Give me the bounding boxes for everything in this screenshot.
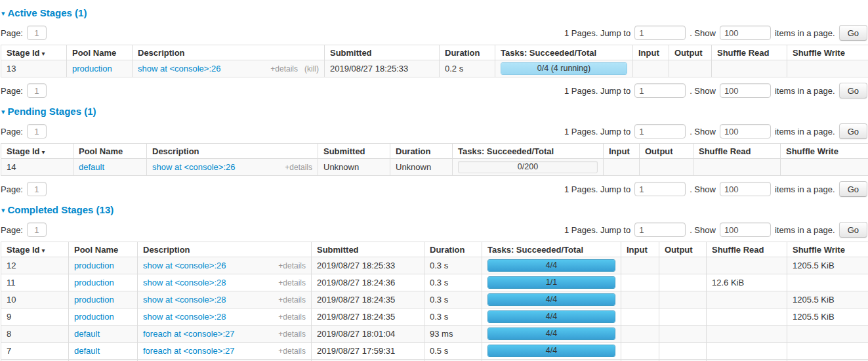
col-pool-name[interactable]: Pool Name (69, 242, 138, 257)
col-input[interactable]: Input (621, 242, 659, 257)
page-number-input[interactable] (27, 26, 47, 40)
progress-label: 4/4 (488, 294, 615, 305)
progress-label: 4/4 (488, 345, 615, 356)
show-count-input[interactable] (720, 182, 771, 196)
col-input[interactable]: Input (633, 45, 669, 60)
show-count-input[interactable] (720, 26, 771, 40)
col-output[interactable]: Output (669, 45, 712, 60)
jump-to-input[interactable] (634, 124, 686, 138)
pool-name-link[interactable]: production (74, 312, 114, 322)
jump-to-input[interactable] (634, 26, 686, 40)
completed-stages-heading[interactable]: ▾Completed Stages (13) (1, 204, 867, 215)
task-progress-bar: 4/4 (487, 293, 615, 306)
page-label: Page: (1, 127, 23, 137)
pool-name-link[interactable]: production (74, 278, 114, 287)
go-button[interactable]: Go (839, 222, 867, 238)
input-cell (621, 343, 659, 360)
show-text: . Show (690, 184, 716, 194)
col-description[interactable]: Description (147, 144, 318, 159)
description-link[interactable]: show at <console>:28 (143, 295, 226, 305)
page-number-input[interactable] (27, 223, 47, 237)
col-stage-id[interactable]: Stage Id▾ (1, 45, 67, 60)
pool-name-link[interactable]: production (74, 295, 114, 305)
col-input[interactable]: Input (604, 144, 640, 159)
go-button[interactable]: Go (839, 181, 867, 197)
col-output[interactable]: Output (659, 242, 707, 257)
duration-cell: 0.3 s (424, 257, 482, 274)
description-link[interactable]: show at <console>:28 (143, 278, 226, 287)
description-link[interactable]: foreach at <console>:27 (143, 346, 235, 356)
col-duration[interactable]: Duration (440, 45, 495, 60)
col-shuffle-read[interactable]: Shuffle Read (712, 45, 787, 60)
pool-name-link[interactable]: default (74, 329, 100, 339)
go-button[interactable]: Go (839, 25, 867, 41)
show-count-input[interactable] (720, 223, 771, 237)
pages-jump-text: 1 Pages. Jump to (564, 225, 630, 235)
duration-cell: 0.3 s (424, 308, 482, 326)
page-number-input[interactable] (27, 124, 47, 138)
col-stage-id[interactable]: Stage Id▾ (1, 242, 69, 257)
col-shuffle-write[interactable]: Shuffle Write (787, 242, 868, 257)
active-stages-heading[interactable]: ▾Active Stages (1) (1, 7, 867, 18)
col-duration[interactable]: Duration (390, 144, 453, 159)
shuffle-write-cell (787, 326, 868, 343)
show-count-input[interactable] (720, 124, 771, 138)
kill-link[interactable]: (kill) (304, 64, 319, 74)
col-tasks[interactable]: Tasks: Succeeded/Total (453, 144, 604, 159)
section-title-text: Completed Stages (13) (8, 204, 114, 215)
description-link[interactable]: show at <console>:26 (143, 261, 226, 270)
submitted-cell: 2019/08/27 18:24:36 (312, 274, 424, 291)
details-toggle[interactable]: +details (278, 329, 306, 339)
col-submitted[interactable]: Submitted (312, 242, 424, 257)
col-shuffle-read[interactable]: Shuffle Read (707, 242, 787, 257)
col-tasks[interactable]: Tasks: Succeeded/Total (495, 45, 633, 60)
details-toggle[interactable]: +details (278, 261, 306, 270)
page-number-input[interactable] (27, 83, 47, 98)
pool-name-link[interactable]: production (72, 64, 112, 74)
col-description[interactable]: Description (138, 242, 312, 257)
go-button[interactable]: Go (839, 123, 867, 139)
stage-row: 11 production show at <console>:28 +deta… (1, 274, 868, 291)
col-shuffle-write[interactable]: Shuffle Write (787, 45, 868, 60)
col-tasks[interactable]: Tasks: Succeeded/Total (482, 242, 621, 257)
details-toggle[interactable]: +details (278, 312, 306, 322)
description-link[interactable]: show at <console>:28 (143, 312, 226, 322)
jump-to-input[interactable] (634, 83, 686, 98)
shuffle-write-cell (781, 159, 868, 176)
details-toggle[interactable]: +details (278, 347, 306, 356)
col-submitted[interactable]: Submitted (325, 45, 440, 60)
tasks-cell: 4/4 (482, 343, 621, 360)
show-count-input[interactable] (720, 83, 771, 98)
col-pool-name[interactable]: Pool Name (73, 144, 147, 159)
input-cell (604, 159, 640, 176)
pool-name-link[interactable]: production (74, 261, 114, 270)
go-button[interactable]: Go (839, 83, 867, 98)
description-link[interactable]: show at <console>:26 (138, 64, 220, 74)
page-number-input[interactable] (27, 182, 47, 196)
jump-to-input[interactable] (634, 223, 686, 237)
details-toggle[interactable]: +details (285, 163, 312, 172)
description-link[interactable]: show at <console>:26 (152, 162, 235, 172)
col-duration[interactable]: Duration (424, 242, 482, 257)
jump-to-input[interactable] (634, 182, 686, 196)
details-toggle[interactable]: +details (278, 295, 306, 305)
stage-id-cell: 8 (1, 326, 69, 343)
col-pool-name[interactable]: Pool Name (67, 45, 133, 60)
details-toggle[interactable]: +details (270, 64, 298, 74)
pending-stages-heading[interactable]: ▾Pending Stages (1) (1, 106, 867, 117)
description-link[interactable]: foreach at <console>:27 (143, 329, 235, 339)
pool-name-link[interactable]: default (79, 162, 104, 172)
details-toggle[interactable]: +details (278, 278, 306, 287)
col-shuffle-write[interactable]: Shuffle Write (781, 144, 868, 159)
pool-name-link[interactable]: default (74, 346, 100, 356)
col-submitted[interactable]: Submitted (318, 144, 390, 159)
table-header-row: Stage Id▾ Pool Name Description Submitte… (1, 144, 868, 159)
submitted-cell: 2019/08/27 18:24:35 (312, 308, 424, 326)
col-output[interactable]: Output (640, 144, 693, 159)
col-description[interactable]: Description (133, 45, 325, 60)
page-label: Page: (1, 184, 23, 194)
show-text: . Show (690, 28, 716, 38)
output-cell (659, 343, 707, 360)
col-stage-id[interactable]: Stage Id▾ (1, 144, 73, 159)
col-shuffle-read[interactable]: Shuffle Read (693, 144, 781, 159)
